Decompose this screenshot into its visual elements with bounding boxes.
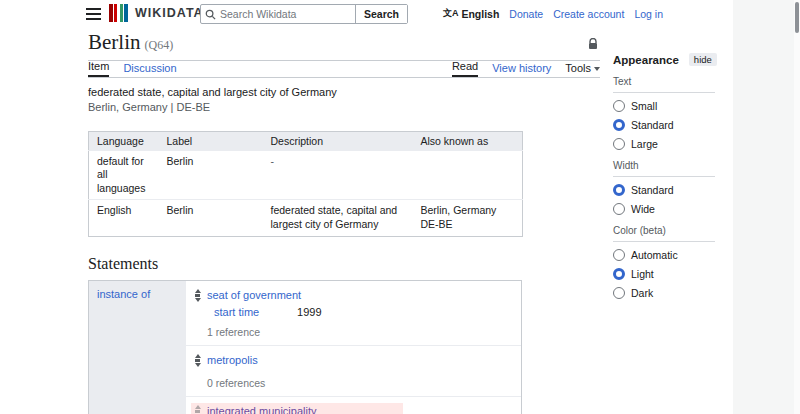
protection-lock-icon [588, 38, 598, 52]
tab-view-history[interactable]: View history [492, 62, 551, 77]
cell-language: default for all languages [89, 150, 159, 200]
rank-selector-icon[interactable] [194, 354, 201, 367]
radio-color-dark[interactable]: Dark [613, 287, 715, 299]
title-row: Berlin(Q64) [88, 30, 600, 61]
cell-aliases: Berlin, Germany DE-BE [413, 200, 523, 236]
statements-heading: Statements [88, 255, 600, 273]
radio-icon[interactable] [613, 203, 625, 215]
col-label: Label [159, 131, 263, 150]
main-content: Berlin(Q64) Item Discussion Read View hi… [88, 30, 600, 414]
claim-metropolis: metropolis 0 references [186, 345, 521, 396]
cell-aliases [413, 150, 523, 200]
radio-icon[interactable] [613, 249, 625, 261]
table-row: default for all languages Berlin - [89, 150, 523, 200]
radio-text-large[interactable]: Large [613, 138, 715, 150]
claim-value-link[interactable]: metropolis [207, 354, 258, 366]
wikidata-logo-text: WIKIDATA [135, 6, 204, 20]
qualifier-property-link[interactable]: start time [214, 306, 294, 318]
claim-integrated-municipality-deprecated: integrated municipality 1 reference [186, 396, 521, 414]
alias-value: Berlin, Germany [421, 204, 515, 218]
text-section-label: Text [613, 76, 715, 93]
entity-aliases: Berlin, Germany | DE-BE [88, 101, 600, 115]
terms-table: Language Label Description Also known as… [88, 131, 523, 237]
search-button[interactable]: Search [355, 5, 407, 23]
radio-icon[interactable] [613, 287, 625, 299]
qualifier-row: start time 1999 [191, 304, 515, 318]
tab-discussion[interactable]: Discussion [123, 62, 176, 77]
entity-description: federated state, capital and largest cit… [88, 86, 600, 100]
rank-selector-icon[interactable] [194, 289, 201, 302]
main-menu-icon[interactable] [86, 8, 101, 20]
header-user-links: 文A English Donate Create account Log in [443, 7, 663, 20]
alias-value: DE-BE [421, 218, 515, 232]
tab-bar: Item Discussion Read View history Tools [88, 61, 600, 78]
language-label: English [461, 8, 499, 20]
donate-link[interactable]: Donate [509, 8, 543, 20]
search-input[interactable] [220, 5, 355, 23]
statements-group: instance of seat of government start tim… [88, 280, 522, 414]
radio-color-automatic[interactable]: Automatic [613, 249, 715, 261]
cell-description: - [263, 150, 413, 200]
claims-column: seat of government start time 1999 1 ref… [186, 281, 521, 414]
top-header: WIKIDATA Search 文A English Donate Create… [0, 0, 733, 28]
color-section-label: Color (beta) [613, 225, 715, 242]
radio-text-standard[interactable]: Standard [613, 119, 715, 131]
wikidata-logo-bars-icon [109, 4, 128, 22]
cell-label: Berlin [159, 150, 263, 200]
wikidata-logo[interactable]: WIKIDATA [109, 4, 204, 22]
cell-label: Berlin [159, 200, 263, 236]
terms-table-header-row: Language Label Description Also known as [89, 131, 523, 150]
appearance-header: Appearance hide [613, 53, 715, 66]
radio-selected-icon[interactable] [613, 119, 625, 131]
chevron-down-icon [594, 67, 600, 71]
table-row: English Berlin federated state, capital … [89, 200, 523, 236]
language-selector[interactable]: 文A English [443, 7, 499, 20]
radio-icon[interactable] [613, 100, 625, 112]
page-title: Berlin [88, 30, 141, 54]
width-section-label: Width [613, 160, 715, 177]
search-icon [201, 5, 220, 23]
log-in-link[interactable]: Log in [634, 8, 663, 20]
claim-value-row: metropolis [191, 352, 515, 369]
claim-value-link[interactable]: seat of government [207, 289, 301, 301]
appearance-title: Appearance [613, 54, 679, 66]
property-link-instance-of[interactable]: instance of [97, 288, 150, 300]
entity-id: (Q64) [145, 38, 174, 52]
appearance-panel: Appearance hide Text Small Standard Larg… [613, 53, 715, 299]
cell-description: federated state, capital and largest cit… [263, 200, 413, 236]
page-gutter [733, 0, 800, 414]
entity-summary: federated state, capital and largest cit… [88, 86, 600, 115]
col-language: Language [89, 131, 159, 150]
radio-selected-icon[interactable] [613, 268, 625, 280]
language-icon: 文A [443, 7, 459, 20]
property-column: instance of [89, 281, 186, 414]
references-toggle[interactable]: 0 references [191, 369, 515, 389]
scrollbar-thumb[interactable] [795, 2, 799, 33]
rank-selector-icon-deprecated[interactable] [194, 405, 201, 414]
col-also-known-as: Also known as [413, 131, 523, 150]
tab-item[interactable]: Item [88, 60, 109, 77]
search-bar[interactable]: Search [200, 4, 408, 24]
qualifier-value: 1999 [297, 306, 321, 318]
radio-selected-icon[interactable] [613, 184, 625, 196]
create-account-link[interactable]: Create account [553, 8, 624, 20]
wikidata-page: { "colors": { "link_blue": "#3366cc", "v… [0, 0, 800, 414]
claim-value-row-deprecated: integrated municipality [191, 403, 403, 414]
claim-seat-of-government: seat of government start time 1999 1 ref… [186, 281, 521, 345]
scrollbar[interactable] [794, 0, 800, 414]
radio-color-light[interactable]: Light [613, 268, 715, 280]
claim-value-row: seat of government [191, 287, 515, 304]
cell-language: English [89, 200, 159, 236]
tab-read[interactable]: Read [452, 60, 478, 77]
radio-icon[interactable] [613, 138, 625, 150]
references-toggle[interactable]: 1 reference [191, 318, 515, 338]
claim-value-link[interactable]: integrated municipality [207, 405, 316, 414]
radio-text-small[interactable]: Small [613, 100, 715, 112]
col-description: Description [263, 131, 413, 150]
radio-width-wide[interactable]: Wide [613, 203, 715, 215]
radio-width-standard[interactable]: Standard [613, 184, 715, 196]
tools-menu[interactable]: Tools [565, 62, 600, 77]
appearance-hide-button[interactable]: hide [689, 53, 717, 66]
